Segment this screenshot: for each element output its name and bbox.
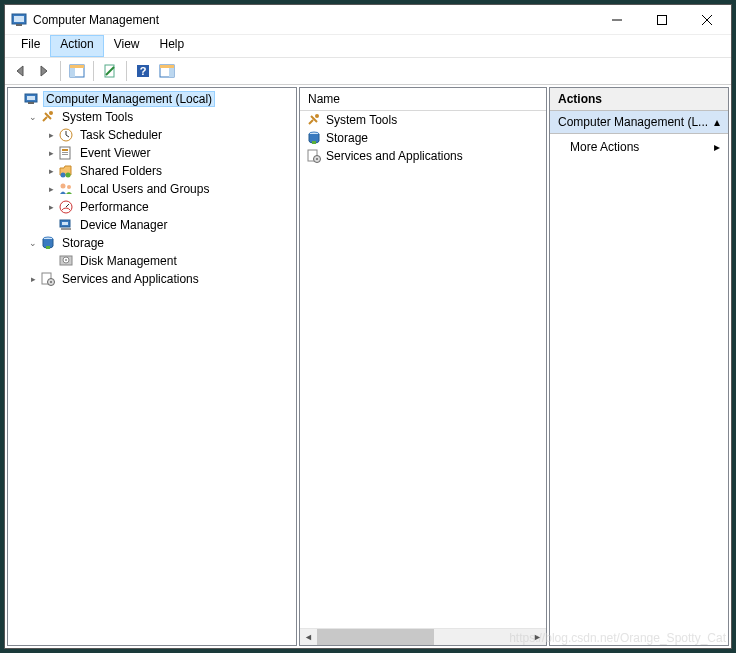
show-hide-action-pane-button[interactable] [156, 60, 178, 82]
shared-folder-icon [58, 163, 74, 179]
tree-disk-management[interactable]: ▸ Disk Management [44, 252, 296, 270]
tree-device-manager[interactable]: ▸ Device Manager [44, 216, 296, 234]
tree-shared-folders[interactable]: ▸ Shared Folders [44, 162, 296, 180]
storage-icon [40, 235, 56, 251]
scroll-track[interactable] [317, 629, 529, 645]
menu-file[interactable]: File [11, 35, 50, 57]
help-button[interactable]: ? [132, 60, 154, 82]
tree-label: System Tools [59, 110, 136, 124]
twisty-expanded-icon[interactable]: ⌄ [26, 112, 40, 122]
menu-action[interactable]: Action [50, 35, 103, 57]
twisty-collapsed-icon[interactable]: ▸ [44, 184, 58, 194]
svg-rect-1 [14, 16, 24, 22]
forward-button[interactable] [33, 60, 55, 82]
tree-label: Disk Management [77, 254, 180, 268]
more-actions[interactable]: More Actions ▸ [550, 134, 728, 160]
svg-rect-17 [27, 96, 35, 100]
svg-point-25 [61, 173, 66, 178]
tree-label: Task Scheduler [77, 128, 165, 142]
actions-context[interactable]: Computer Management (L... ▴ [550, 111, 728, 134]
tree-storage[interactable]: ⌄ Storage [26, 234, 296, 252]
collapse-icon[interactable]: ▴ [714, 115, 720, 129]
tree-event-viewer[interactable]: ▸ Event Viewer [44, 144, 296, 162]
more-actions-label: More Actions [570, 140, 639, 154]
services-icon [306, 148, 322, 164]
tree-label: Computer Management (Local) [43, 91, 215, 107]
svg-rect-35 [46, 246, 50, 249]
actions-context-label: Computer Management (L... [558, 115, 708, 129]
window-title: Computer Management [33, 13, 594, 27]
disk-icon [58, 253, 74, 269]
toolbar-separator [126, 61, 127, 81]
menu-help[interactable]: Help [150, 35, 195, 57]
tree-system-tools[interactable]: ⌄ System Tools [26, 108, 296, 126]
titlebar: Computer Management [5, 5, 731, 35]
tree-task-scheduler[interactable]: ▸ Task Scheduler [44, 126, 296, 144]
tree-root[interactable]: ▶ Computer Management (Local) [10, 90, 296, 108]
nav-tree[interactable]: ▶ Computer Management (Local) ⌄ System T… [8, 88, 296, 645]
computer-management-window: Computer Management File Action View Hel… [4, 4, 732, 649]
svg-rect-9 [70, 65, 84, 68]
svg-point-38 [65, 259, 67, 261]
twisty-expanded-icon[interactable]: ⌄ [26, 238, 40, 248]
tree-label: Performance [77, 200, 152, 214]
horizontal-scrollbar[interactable]: ◄ ► [300, 628, 546, 645]
minimize-button[interactable] [594, 6, 639, 34]
toolbar: ? [5, 57, 731, 85]
scroll-right-icon[interactable]: ► [529, 632, 546, 642]
tree-label: Services and Applications [59, 272, 202, 286]
twisty-collapsed-icon[interactable]: ▸ [44, 130, 58, 140]
event-icon [58, 145, 74, 161]
twisty-collapsed-icon[interactable]: ▸ [44, 148, 58, 158]
actions-header: Actions [550, 88, 728, 111]
tree-label: Event Viewer [77, 146, 153, 160]
list-item-label: Storage [326, 131, 368, 145]
list-pane: Name System Tools Storage Services and A… [299, 87, 547, 646]
tree-performance[interactable]: ▸ Performance [44, 198, 296, 216]
svg-point-27 [61, 184, 66, 189]
svg-rect-24 [62, 154, 68, 155]
svg-point-26 [66, 173, 71, 178]
back-button[interactable] [9, 60, 31, 82]
tree-local-users[interactable]: ▸ Local Users and Groups [44, 180, 296, 198]
column-header-name[interactable]: Name [300, 88, 546, 111]
scroll-thumb[interactable] [317, 629, 434, 645]
show-hide-tree-button[interactable] [66, 60, 88, 82]
menu-view[interactable]: View [104, 35, 150, 57]
list-item-label: Services and Applications [326, 149, 463, 163]
tree-label: Storage [59, 236, 107, 250]
list-item[interactable]: Services and Applications [300, 147, 546, 165]
close-button[interactable] [684, 6, 729, 34]
window-controls [594, 6, 729, 34]
list-body[interactable]: System Tools Storage Services and Applic… [300, 111, 546, 628]
tree-label: Local Users and Groups [77, 182, 212, 196]
svg-rect-33 [61, 228, 71, 230]
svg-rect-23 [62, 152, 68, 153]
svg-point-41 [50, 281, 52, 283]
list-item-label: System Tools [326, 113, 397, 127]
maximize-button[interactable] [639, 6, 684, 34]
services-icon [40, 271, 56, 287]
twisty-collapsed-icon[interactable]: ▸ [44, 202, 58, 212]
svg-rect-2 [16, 24, 22, 26]
list-item[interactable]: System Tools [300, 111, 546, 129]
scroll-left-icon[interactable]: ◄ [300, 632, 317, 642]
svg-point-42 [315, 114, 319, 118]
svg-rect-44 [312, 141, 316, 144]
clock-icon [58, 127, 74, 143]
twisty-collapsed-icon[interactable]: ▸ [26, 274, 40, 284]
svg-rect-32 [62, 222, 68, 225]
app-icon [11, 12, 27, 28]
menubar: File Action View Help [5, 35, 731, 57]
svg-point-28 [67, 185, 71, 189]
properties-button[interactable] [99, 60, 121, 82]
twisty-collapsed-icon[interactable]: ▸ [44, 166, 58, 176]
list-item[interactable]: Storage [300, 129, 546, 147]
tree-services[interactable]: ▸ Services and Applications [26, 270, 296, 288]
svg-rect-22 [62, 149, 68, 151]
svg-point-47 [316, 158, 318, 160]
computer-icon [24, 91, 40, 107]
performance-icon [58, 199, 74, 215]
toolbar-separator [60, 61, 61, 81]
users-icon [58, 181, 74, 197]
